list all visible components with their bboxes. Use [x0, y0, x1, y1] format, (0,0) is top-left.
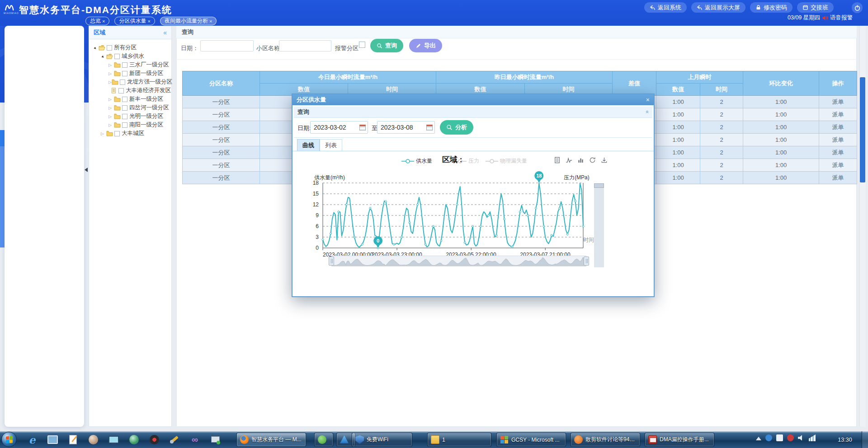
tab-close-icon[interactable]: × [209, 19, 212, 24]
date-input[interactable] [200, 40, 254, 51]
dispatch-action[interactable]: 派单 [819, 172, 857, 184]
tree-collapse-icon[interactable]: « [163, 29, 167, 36]
tree-node-label[interactable]: 大丰港经济开发区 [126, 87, 171, 94]
export-button[interactable]: 导出 [409, 39, 442, 52]
header-button-返回系统[interactable]: 返回系统 [644, 2, 687, 13]
media-icon[interactable] [148, 434, 160, 445]
tree-node-label[interactable]: 龙堤方强一级分区 [127, 78, 172, 86]
tree-expander-icon[interactable]: ▷ [108, 80, 112, 84]
tab-close-icon[interactable]: × [147, 19, 150, 24]
legend-item-2[interactable]: 物理漏失量 [486, 157, 527, 165]
globe-icon[interactable] [128, 434, 140, 445]
datazoom-right-handle[interactable] [584, 257, 589, 266]
window-icon[interactable] [47, 434, 58, 445]
community-input[interactable] [279, 40, 331, 51]
dispatch-action[interactable]: 派单 [819, 96, 857, 108]
datazoom-left-handle[interactable] [329, 257, 334, 266]
tree-node-label[interactable]: 南阳一级分区 [129, 121, 163, 129]
tray-net-icon[interactable] [809, 434, 816, 441]
tab-chip-1[interactable]: 分区供水量× [114, 17, 155, 25]
taskbar-button-1[interactable] [314, 433, 333, 447]
analyze-button[interactable]: 分析 [440, 120, 473, 135]
dialog-tab-0[interactable]: 曲线 [297, 139, 320, 151]
tree-checkbox[interactable] [122, 97, 127, 102]
tree-node-label[interactable]: 新团一级分区 [129, 70, 163, 77]
tray-spk-icon[interactable] [798, 434, 805, 441]
dialog-titlebar[interactable]: 分区供水量 × [292, 94, 654, 105]
tray-red-icon[interactable] [787, 434, 794, 441]
sidebar-collapse-arrow[interactable] [85, 168, 88, 172]
tree-expander-icon[interactable]: ▷ [108, 123, 114, 127]
datazoom-vertical-handle[interactable] [594, 183, 604, 188]
tree-checkbox[interactable] [122, 71, 127, 76]
tree-expander-icon[interactable]: ▷ [108, 114, 114, 119]
dispatch-action[interactable]: 派单 [819, 146, 857, 159]
tree-checkbox[interactable] [120, 79, 125, 85]
tree-expander-icon[interactable]: ▷ [101, 131, 106, 136]
tree-checkbox[interactable] [122, 105, 127, 111]
taskbar-button-0[interactable]: 智慧水务平台 — M... [236, 433, 306, 447]
tree-expander-icon[interactable]: ▷ [108, 106, 114, 110]
tree-node-label[interactable]: 大丰城区 [122, 130, 144, 137]
ball-icon[interactable] [87, 434, 99, 445]
power-button[interactable] [852, 2, 863, 13]
tab-chip-2[interactable]: 夜间最小流量分析× [160, 17, 217, 25]
tree-checkbox[interactable] [107, 45, 112, 51]
tree-node-label[interactable]: 四岔河一级分区 [129, 104, 169, 112]
tree-node-label[interactable]: 城乡供水 [122, 52, 144, 60]
tree-checkbox[interactable] [118, 88, 124, 93]
tree-checkbox[interactable] [122, 122, 127, 128]
collapse-chevron-icon[interactable]: » [644, 111, 651, 114]
dispatch-action[interactable]: 派单 [819, 121, 857, 134]
legend-item-0[interactable]: 供水量 [401, 157, 432, 165]
tree-expander-icon[interactable]: ▷ [108, 97, 114, 102]
datazoom-vertical-slider[interactable] [594, 183, 604, 267]
header-button-返回展示大屏[interactable]: 返回展示大屏 [691, 2, 745, 13]
tree-checkbox[interactable] [122, 62, 127, 68]
tree-node-label[interactable]: 三水厂一级分区 [129, 61, 169, 69]
dispatch-action[interactable]: 派单 [819, 108, 857, 121]
datazoom-horizontal-slider[interactable] [331, 256, 586, 266]
tray-flag-icon[interactable] [776, 434, 783, 441]
tree-node-label[interactable]: 新丰一级分区 [129, 95, 163, 103]
dispatch-action[interactable]: 派单 [819, 159, 857, 172]
calendar-icon[interactable] [426, 125, 433, 131]
notepad-icon[interactable] [67, 434, 79, 445]
tree-node-label[interactable]: 所有分区 [114, 44, 137, 51]
dialog-tab-1[interactable]: 列表 [320, 139, 342, 151]
devices-icon[interactable] [209, 434, 221, 445]
bar-chart-icon[interactable] [577, 157, 584, 163]
tray-tri-icon[interactable] [756, 437, 761, 440]
tree-expander-icon[interactable]: ▷ [108, 71, 114, 76]
tab-chip-0[interactable]: 总览× [85, 17, 109, 25]
taskbar-button-6[interactable]: 散剪软件讨论等94个... [571, 433, 640, 447]
show-desktop-button[interactable] [862, 431, 868, 448]
search-button[interactable]: 查询 [370, 39, 403, 52]
close-icon[interactable]: × [646, 96, 650, 103]
taskbar-button-5[interactable]: GCSY - Microsoft ... [496, 433, 566, 447]
taskbar-button-4[interactable]: 1 [427, 433, 491, 447]
tree-checkbox[interactable] [114, 54, 120, 59]
alarm-partition-checkbox[interactable] [359, 42, 365, 48]
date-from-input[interactable]: 2023-03-02 [310, 121, 368, 134]
tools-icon[interactable] [169, 434, 180, 445]
tree-expander-icon[interactable]: ▷ [108, 63, 114, 67]
page-scrollbar-thumb[interactable] [860, 77, 865, 182]
download-icon[interactable] [601, 157, 608, 163]
start-button[interactable] [1, 432, 17, 447]
header-button-交接班[interactable]: 交接班 [797, 2, 834, 13]
line-chart-icon[interactable] [566, 157, 572, 163]
date-to-input[interactable]: 2023-03-08 [377, 121, 435, 134]
taskbar-button-7[interactable]: DMA漏控操作手册... [645, 433, 714, 447]
header-button-修改密码[interactable]: 修改密码 [750, 2, 793, 13]
tree-checkbox[interactable] [122, 114, 127, 119]
tree-checkbox[interactable] [114, 131, 120, 136]
calendar-icon[interactable] [359, 125, 366, 131]
vs-icon[interactable]: ∞ [189, 434, 201, 445]
tab-close-icon[interactable]: × [102, 19, 105, 24]
restore-icon[interactable] [589, 157, 596, 163]
tray-blue-icon[interactable] [765, 434, 772, 441]
ie-icon[interactable]: e [26, 434, 38, 445]
taskbar-button-3[interactable]: 免费WiFi [352, 433, 412, 447]
tree-node-label[interactable]: 光明一级分区 [129, 112, 163, 120]
